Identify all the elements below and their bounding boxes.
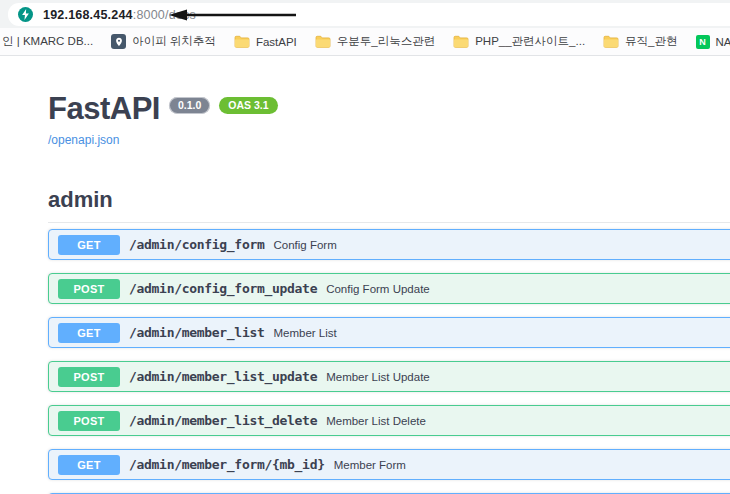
oas-badge: OAS 3.1 <box>219 97 277 114</box>
fastapi-favicon-icon <box>18 7 33 22</box>
method-badge: POST <box>58 411 120 431</box>
method-badge: GET <box>58 323 120 343</box>
section-title-admin: admin <box>48 187 730 213</box>
endpoint-path: /admin/member_list_delete <box>129 413 317 428</box>
location-pin-icon <box>111 34 126 49</box>
endpoint-path: /admin/member_list_update <box>129 369 317 384</box>
endpoint-row[interactable]: POST /admin/member_list_delete Member Li… <box>48 405 730 436</box>
endpoint-path: /admin/member_list <box>129 325 264 340</box>
naver-icon: N <box>696 35 710 49</box>
bookmarks-bar: 인 | KMARC DB...아이피 위치추적FastAPI우분투_리눅스관련P… <box>0 28 730 55</box>
method-badge: GET <box>58 235 120 255</box>
bookmark-item[interactable]: 인 | KMARC DB... <box>2 31 102 53</box>
endpoint-summary: Member List Delete <box>326 415 426 427</box>
endpoint-summary: Member Form <box>334 459 406 471</box>
url-path: :8000/docs <box>133 8 196 22</box>
bookmark-label: FastAPI <box>256 36 297 48</box>
endpoint-row[interactable]: POST /admin/config_form_update Config Fo… <box>48 273 730 304</box>
folder-icon <box>315 35 331 48</box>
bookmark-item[interactable]: PHP__관련사이트_... <box>444 31 594 53</box>
bookmark-label: 우분투_리눅스관련 <box>337 34 435 49</box>
bookmark-item[interactable]: 아이피 위치추적 <box>102 31 225 53</box>
browser-chrome: 192.168.45.244:8000/docs 인 | KMARC DB...… <box>0 0 730 56</box>
endpoint-row[interactable]: GET /admin/member_list Member List <box>48 317 730 348</box>
endpoint-row[interactable]: POST /admin/member_list_update Member Li… <box>48 361 730 392</box>
bookmark-item[interactable]: 우분투_리눅스관련 <box>306 31 444 53</box>
endpoint-summary: Config Form <box>273 239 336 251</box>
bookmark-label: 뮤직_관현 <box>625 34 677 49</box>
swagger-page: FastAPI 0.1.0 OAS 3.1 /openapi.json admi… <box>0 56 730 494</box>
endpoint-summary: Member List Update <box>326 371 430 383</box>
bookmark-item[interactable]: FastAPI <box>225 31 306 53</box>
endpoint-summary: Member List <box>273 327 336 339</box>
endpoint-path: /admin/config_form <box>129 237 264 252</box>
url-host: 192.168.45.244 <box>43 8 133 22</box>
endpoint-row[interactable]: GET /admin/member_form/{mb_id} Member Fo… <box>48 449 730 480</box>
endpoint-row[interactable]: GET /admin/config_form Config Form <box>48 229 730 260</box>
section-divider <box>48 222 730 223</box>
method-badge: POST <box>58 279 120 299</box>
bookmark-label: NAVER <box>716 36 730 48</box>
method-badge: GET <box>58 455 120 475</box>
folder-icon <box>453 35 469 48</box>
folder-icon <box>603 35 619 48</box>
api-header: FastAPI 0.1.0 OAS 3.1 <box>48 94 730 124</box>
bookmark-item[interactable]: NNAVER <box>687 31 730 53</box>
version-badge: 0.1.0 <box>169 97 210 114</box>
method-badge: POST <box>58 367 120 387</box>
endpoint-path: /admin/member_form/{mb_id} <box>129 457 325 472</box>
bookmark-label: 아이피 위치추적 <box>132 34 216 49</box>
folder-icon <box>234 35 250 48</box>
openapi-json-link[interactable]: /openapi.json <box>48 133 119 147</box>
page-title: FastAPI <box>48 94 160 124</box>
address-bar[interactable]: 192.168.45.244:8000/docs <box>8 3 730 26</box>
url-text[interactable]: 192.168.45.244:8000/docs <box>43 8 196 22</box>
bookmark-label: 인 | KMARC DB... <box>2 34 93 49</box>
endpoint-summary: Config Form Update <box>326 283 430 295</box>
bookmark-label: PHP__관련사이트_... <box>475 34 585 49</box>
bookmark-item[interactable]: 뮤직_관현 <box>594 31 686 53</box>
endpoint-list: GET /admin/config_form Config Form POST … <box>48 229 730 494</box>
endpoint-path: /admin/config_form_update <box>129 281 317 296</box>
